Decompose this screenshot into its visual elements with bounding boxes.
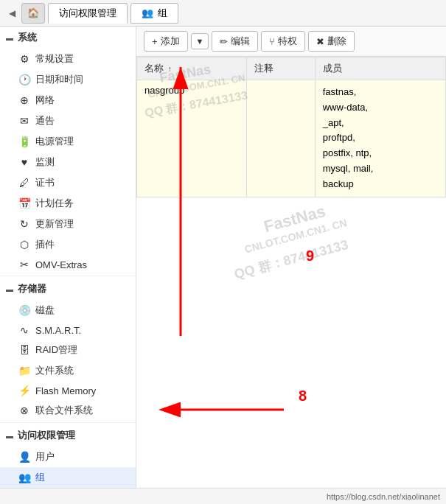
groups-table: 名称 ↑ 注释 成员 nasgroup bbox=[136, 57, 446, 197]
toolbar: + 添加 ▼ ✏ 编辑 ⑂ 特权 ✖ 删除 bbox=[136, 27, 446, 57]
edit-label: 编辑 bbox=[231, 35, 250, 48]
top-nav: ◀ 🏠 访问权限管理 👥 组 bbox=[0, 0, 446, 27]
sidebar-item-monitor[interactable]: ♥ 监测 bbox=[0, 152, 136, 172]
unionfs-label: 联合文件系统 bbox=[35, 404, 93, 417]
sidebar-item-unionfs[interactable]: ⊗ 联合文件系统 bbox=[0, 400, 136, 421]
edit-button[interactable]: ✏ 编辑 bbox=[212, 31, 258, 52]
tab-groups[interactable]: 👥 组 bbox=[130, 3, 178, 24]
sidebar-item-smart[interactable]: ∿ S.M.A.R.T. bbox=[0, 321, 136, 340]
unionfs-icon: ⊗ bbox=[18, 405, 31, 416]
sidebar-item-plugins[interactable]: ⬡ 插件 bbox=[0, 234, 136, 255]
power-icon: 🔋 bbox=[18, 136, 31, 147]
tab-groups-label: 组 bbox=[158, 7, 167, 20]
sidebar-section-storage-label: 存储器 bbox=[18, 282, 46, 295]
home-icon: 🏠 bbox=[27, 7, 39, 18]
cell-name: nasgroup bbox=[137, 80, 247, 197]
scheduled-icon: 📅 bbox=[18, 197, 31, 209]
smart-icon: ∿ bbox=[18, 324, 31, 336]
main-layout: ▬ 系统 ⚙ 常规设置 🕐 日期和时间 ⊕ 网络 ✉ 通告 🔋 电源管理 ♥ 监… bbox=[0, 27, 446, 488]
sidebar-item-update[interactable]: ↻ 更新管理 bbox=[0, 214, 136, 234]
tab-groups-icon: 👥 bbox=[142, 7, 153, 18]
cell-comment bbox=[246, 80, 315, 197]
bottom-bar: https://blog.csdn.net/xiaolinanet bbox=[0, 488, 446, 504]
add-label: 添加 bbox=[161, 35, 180, 48]
disks-label: 磁盘 bbox=[35, 304, 55, 317]
tab-access-control-label: 访问权限管理 bbox=[59, 7, 116, 20]
sidebar-item-omv-extras[interactable]: ✂ OMV-Extras bbox=[0, 255, 136, 274]
system-collapse-icon: ▬ bbox=[6, 34, 13, 42]
sidebar-item-flash[interactable]: ⚡ Flash Memory bbox=[0, 381, 136, 400]
sort-icon: ↑ bbox=[168, 65, 172, 73]
sidebar-item-scheduled[interactable]: 📅 计划任务 bbox=[0, 193, 136, 214]
sidebar-item-power[interactable]: 🔋 电源管理 bbox=[0, 131, 136, 152]
sidebar-section-system-label: 系统 bbox=[18, 31, 37, 44]
plugins-icon: ⬡ bbox=[18, 239, 31, 251]
sidebar: ▬ 系统 ⚙ 常规设置 🕐 日期和时间 ⊕ 网络 ✉ 通告 🔋 电源管理 ♥ 监… bbox=[0, 27, 136, 488]
users-icon: 👤 bbox=[18, 451, 31, 463]
plugins-label: 插件 bbox=[35, 238, 55, 251]
table-row[interactable]: nasgroup fastnas,www-data,_apt,proftpd,p… bbox=[137, 80, 446, 197]
filesystem-icon: 📁 bbox=[18, 365, 31, 377]
cert-icon: 🖊 bbox=[18, 177, 31, 189]
col-members[interactable]: 成员 bbox=[315, 57, 445, 80]
general-label: 常规设置 bbox=[35, 52, 74, 66]
filesystem-label: 文件系统 bbox=[35, 364, 74, 377]
col-name[interactable]: 名称 ↑ bbox=[137, 57, 247, 80]
sidebar-item-disks[interactable]: 💿 磁盘 bbox=[0, 300, 136, 321]
sidebar-section-acl-label: 访问权限管理 bbox=[18, 429, 75, 442]
network-label: 网络 bbox=[35, 94, 55, 107]
smart-label: S.M.A.R.T. bbox=[35, 325, 81, 336]
update-icon: ↻ bbox=[18, 218, 31, 230]
sidebar-item-network[interactable]: ⊕ 网络 bbox=[0, 90, 136, 111]
add-icon: + bbox=[152, 36, 158, 47]
monitor-label: 监测 bbox=[35, 155, 55, 169]
tab-access-control[interactable]: 访问权限管理 bbox=[48, 3, 128, 24]
cell-members: fastnas,www-data,_apt,proftpd,postfix, n… bbox=[315, 80, 445, 197]
edit-icon: ✏ bbox=[220, 36, 228, 47]
general-icon: ⚙ bbox=[18, 53, 31, 65]
content-area: + 添加 ▼ ✏ 编辑 ⑂ 特权 ✖ 删除 bbox=[136, 27, 446, 488]
add-dropdown-button[interactable]: ▼ bbox=[191, 33, 209, 49]
groups-label: 组 bbox=[35, 471, 45, 484]
raid-icon: 🗄 bbox=[18, 344, 31, 356]
groups-icon: 👥 bbox=[18, 472, 31, 483]
users-label: 用户 bbox=[35, 450, 55, 463]
sidebar-section-storage[interactable]: ▬ 存储器 bbox=[0, 278, 136, 300]
sidebar-item-users[interactable]: 👤 用户 bbox=[0, 447, 136, 467]
flash-label: Flash Memory bbox=[35, 385, 96, 396]
scheduled-label: 计划任务 bbox=[35, 197, 74, 210]
cert-label: 证书 bbox=[35, 176, 55, 189]
table-wrapper: 名称 ↑ 注释 成员 nasgroup bbox=[136, 57, 446, 488]
disks-icon: 💿 bbox=[18, 304, 31, 316]
network-icon: ⊕ bbox=[18, 94, 31, 106]
delete-button[interactable]: ✖ 删除 bbox=[308, 31, 355, 52]
delete-icon: ✖ bbox=[316, 36, 324, 47]
notification-label: 通告 bbox=[35, 114, 55, 127]
sidebar-item-filesystem[interactable]: 📁 文件系统 bbox=[0, 360, 136, 381]
col-comment[interactable]: 注释 bbox=[246, 57, 315, 80]
notification-icon: ✉ bbox=[18, 115, 31, 127]
flash-icon: ⚡ bbox=[18, 385, 31, 396]
sidebar-item-raid[interactable]: 🗄 RAID管理 bbox=[0, 340, 136, 360]
acl-collapse-icon: ▬ bbox=[6, 432, 13, 440]
sidebar-section-acl[interactable]: ▬ 访问权限管理 bbox=[0, 424, 136, 447]
storage-collapse-icon: ▬ bbox=[6, 285, 13, 293]
sidebar-item-cert[interactable]: 🖊 证书 bbox=[0, 172, 136, 193]
sidebar-item-datetime[interactable]: 🕐 日期和时间 bbox=[0, 69, 136, 90]
monitor-icon: ♥ bbox=[18, 156, 31, 168]
omv-extras-icon: ✂ bbox=[18, 259, 31, 270]
home-button[interactable]: 🏠 bbox=[21, 3, 45, 24]
privilege-button[interactable]: ⑂ 特权 bbox=[261, 31, 305, 52]
delete-label: 删除 bbox=[327, 35, 346, 48]
sidebar-item-general[interactable]: ⚙ 常规设置 bbox=[0, 49, 136, 69]
datetime-label: 日期和时间 bbox=[35, 73, 83, 86]
sidebar-item-groups[interactable]: 👥 组 bbox=[0, 467, 136, 488]
add-dropdown-icon: ▼ bbox=[196, 37, 204, 46]
datetime-icon: 🕐 bbox=[18, 74, 31, 85]
bottom-url: https://blog.csdn.net/xiaolinanet bbox=[327, 492, 440, 501]
add-button[interactable]: + 添加 bbox=[144, 31, 188, 52]
privilege-label: 特权 bbox=[278, 35, 297, 48]
sidebar-section-system[interactable]: ▬ 系统 bbox=[0, 27, 136, 49]
sidebar-item-notification[interactable]: ✉ 通告 bbox=[0, 111, 136, 131]
nav-collapse-btn[interactable]: ◀ bbox=[6, 8, 18, 18]
